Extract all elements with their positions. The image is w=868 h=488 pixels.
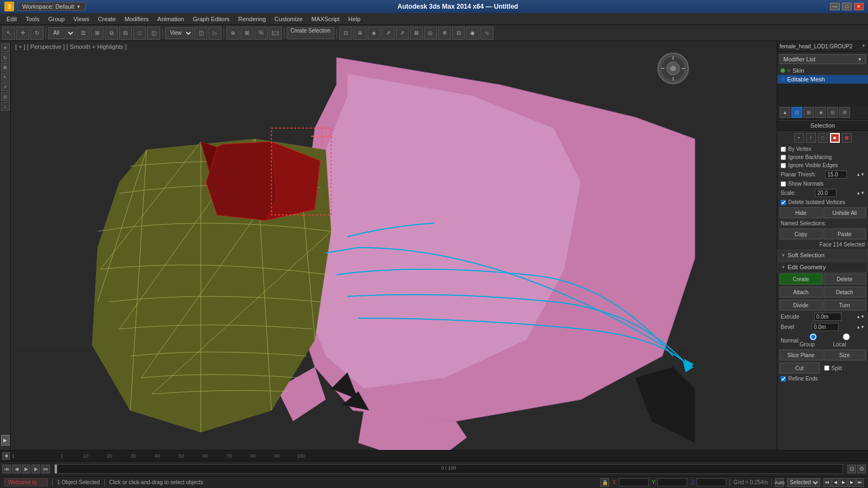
lt-link-btn[interactable]: ⇗ [1,83,10,91]
turn-button[interactable]: Turn [823,300,866,310]
extrude-spinner[interactable]: ▲▼ [856,314,865,319]
tb-view-dropdown[interactable]: View [165,27,193,39]
tb-pivot-btn[interactable]: ⊛ [353,27,366,40]
attach-button[interactable]: Attach [780,287,822,297]
play-button[interactable]: ▶ [22,465,30,473]
show-normals-checkbox[interactable] [781,181,786,187]
viewport-panel[interactable]: [ + ] [ Perspective ] [ Smooth + Highlig… [11,41,777,450]
tb-scale-btn[interactable]: ⊠ [240,27,254,40]
scale-input[interactable] [815,189,837,197]
tb-percent-btn[interactable]: % [255,27,268,40]
tb-align-btn[interactable]: ⊟ [119,27,132,40]
soft-selection-header[interactable]: Soft Selection [777,250,868,261]
planar-thresh-spinner[interactable]: ▲▼ [856,172,865,177]
tb-all-dropdown[interactable]: All [48,27,75,39]
panel-tab-hierarchy[interactable]: ⊞ [803,107,814,118]
menu-help[interactable]: Help [344,15,365,23]
copy-button[interactable]: Copy [780,229,822,239]
sel-face-icon[interactable]: ■ [830,133,840,143]
time-config-button[interactable]: ⚙ [857,465,866,473]
tb-parent-btn[interactable]: ◈ [368,27,381,40]
sel-element-icon[interactable]: ■ [842,133,852,143]
planar-thresh-input[interactable] [825,170,847,179]
tb-abs-btn[interactable]: |◻| [269,27,282,40]
cut-button[interactable]: Cut [780,363,820,373]
modifier-list-dropdown[interactable]: Modifier List ▼ [780,54,866,64]
mode-dropdown[interactable]: Selected [787,478,820,487]
workspace-label[interactable]: Workspace: Default ▼ [17,2,86,11]
menu-tools[interactable]: Tools [21,15,44,23]
menu-animation[interactable]: Animation [153,15,188,23]
panel-tab-create[interactable]: ▲ [780,107,790,118]
next-key-button[interactable]: ▶ [31,465,40,473]
lt-select-btn[interactable]: ↖ [1,73,10,81]
menu-create[interactable]: Create [93,15,120,23]
lt-light-btn[interactable]: ☼ [1,102,10,111]
tb-group-btn[interactable]: □ [133,27,146,40]
slice-plane-button[interactable]: Slice Plane [780,350,822,360]
panel-tab-modify[interactable]: ⊡ [791,107,802,118]
tb-ungroup-btn[interactable]: ◫ [147,27,160,40]
bevel-input[interactable] [812,323,839,331]
prev-frame-button[interactable]: ⏮ [2,465,11,473]
key-mode-button[interactable]: ⊡ [847,465,856,473]
sel-border-icon[interactable]: □ [818,133,828,143]
tb-unlink-btn[interactable]: ⇗ [396,27,409,40]
split-checkbox[interactable] [824,365,829,371]
tb-link-btn[interactable]: ⇗ [382,27,395,40]
tb-select-btn[interactable]: ↖ [2,27,15,40]
y-input[interactable] [657,478,687,486]
group-radio[interactable] [800,333,827,340]
menu-views[interactable]: Views [69,15,93,23]
lt-play-button[interactable]: ▶ [1,435,10,446]
tb-move-transform-btn[interactable]: ⊕ [226,27,239,40]
scale-spinner[interactable]: ▲▼ [856,191,865,195]
local-radio[interactable] [833,333,860,340]
modifier-editable-mesh[interactable]: Editable Mesh [777,75,868,84]
by-vertex-checkbox[interactable] [781,147,786,152]
lt-camera-btn[interactable]: ◎ [1,92,10,101]
create-button[interactable]: Create [780,274,822,284]
tb-create-selection-btn[interactable]: Create Selection [287,27,334,39]
panel-tab-utilities[interactable]: ⚙ [839,107,850,118]
close-button[interactable]: ✕ [854,3,864,10]
time-slider[interactable]: 0 / 100 [54,464,843,474]
menu-rendering[interactable]: Rendering [234,15,270,23]
modifier-skin[interactable]: Skin [777,66,868,75]
refine-ends-checkbox[interactable] [781,376,786,382]
tb-snap-btn[interactable]: ⊞ [91,27,104,40]
tb-render-setup-btn[interactable]: ◫ [194,27,207,40]
lt-rotate-btn[interactable]: ↻ [1,53,10,62]
menu-group[interactable]: Group [44,15,69,23]
ignore-backfacing-checkbox[interactable] [781,155,786,160]
tb-freeze-btn[interactable]: ❄ [438,27,451,40]
hide-button[interactable]: Hide [780,207,822,218]
tb-rotate-btn[interactable]: ↻ [30,27,43,40]
play-anim-btn[interactable]: ▶ [840,478,847,487]
z-input[interactable] [696,478,726,486]
divide-button[interactable]: Divide [780,300,822,310]
ignore-visible-edges-checkbox[interactable] [781,163,786,168]
lock-icon[interactable]: 🔒 [600,478,609,487]
tb-layer-btn[interactable]: ⊟ [452,27,465,40]
edit-geometry-header[interactable]: Edit Geometry [777,262,868,272]
tb-filter-btn[interactable]: ☰ [77,27,90,40]
sel-edge-icon[interactable]: / [806,133,816,143]
panel-tab-motion[interactable]: ◈ [815,107,826,118]
tb-render-btn[interactable]: ▷ [208,27,221,40]
go-start-button[interactable]: ⏮ [823,478,831,487]
prev-btn[interactable]: ◀ [832,478,839,487]
next-frame-button[interactable]: ⏭ [41,465,50,473]
maximize-button[interactable]: □ [842,3,852,10]
tb-bone-btn[interactable]: ⊡ [339,27,352,40]
lt-move-btn[interactable]: ✛ [1,43,10,52]
menu-modifiers[interactable]: Modifiers [120,15,153,23]
extrude-input[interactable] [814,313,841,321]
timeline-nav-left[interactable]: ◀ [2,452,10,460]
x-input[interactable] [619,478,649,486]
menu-maxscript[interactable]: MAXScript [307,15,344,23]
tb-curve-editor-btn[interactable]: ∿ [480,27,493,40]
sel-vertex-icon[interactable]: • [794,133,804,143]
prev-key-button[interactable]: ◀ [12,465,21,473]
tb-display-btn[interactable]: ◎ [424,27,437,40]
